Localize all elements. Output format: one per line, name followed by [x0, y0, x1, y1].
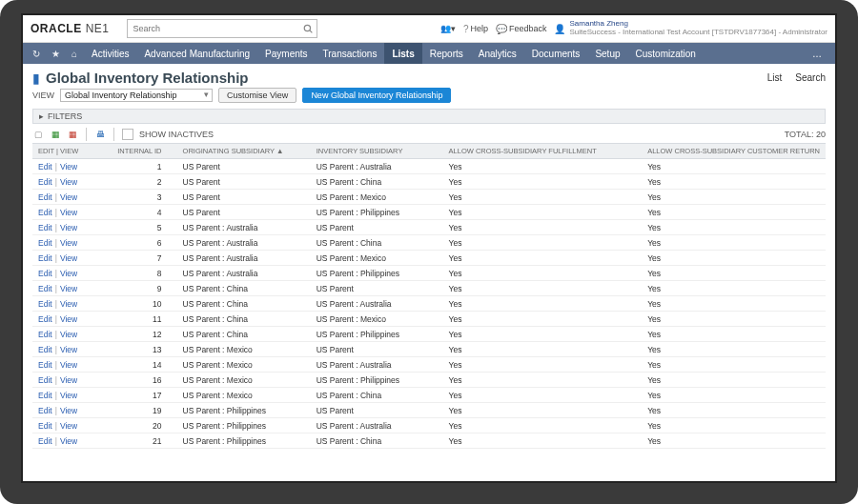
history-icon[interactable]: ↻ [27, 49, 46, 59]
feedback-label: Feedback [509, 24, 547, 33]
table-row: Edit|View9US Parent : ChinaUS ParentYesY… [32, 281, 826, 296]
col-internal-id[interactable]: INTERNAL ID [100, 144, 177, 159]
view-link[interactable]: View [60, 208, 77, 217]
cell-internal-id: 6 [100, 235, 177, 251]
view-link[interactable]: View [60, 406, 77, 415]
customise-view-button[interactable]: Customise View [218, 88, 296, 103]
edit-link[interactable]: Edit [38, 436, 52, 446]
table-row: Edit|View17US Parent : MexicoUS Parent :… [32, 388, 826, 403]
logo-sub: NE1 [86, 22, 110, 35]
role-switch-icon[interactable]: 👥▾ [440, 24, 456, 33]
nav-item-analytics[interactable]: Analytics [471, 43, 524, 64]
edit-link[interactable]: Edit [38, 299, 52, 309]
filters-bar[interactable]: ▸ FILTERS [32, 109, 826, 124]
view-link[interactable]: View [60, 375, 77, 385]
cell-inventory-subsidiary: US Parent : Mexico [311, 312, 443, 327]
nav-item-customization[interactable]: Customization [628, 43, 704, 64]
edit-link[interactable]: Edit [38, 284, 52, 293]
export-pdf-icon[interactable]: ▦ [67, 130, 78, 139]
cell-allow-fulfillment: Yes [443, 418, 643, 433]
view-link[interactable]: View [60, 192, 77, 202]
view-link[interactable]: View [60, 330, 77, 339]
view-link[interactable]: View [60, 284, 77, 293]
view-link[interactable]: View [60, 253, 77, 263]
edit-link[interactable]: Edit [38, 208, 52, 217]
header-link-list[interactable]: List [767, 72, 783, 83]
print-icon[interactable]: 🖶 [94, 130, 106, 139]
table-row: Edit|View2US ParentUS Parent : ChinaYesY… [32, 174, 826, 190]
edit-link[interactable]: Edit [38, 406, 52, 415]
edit-link[interactable]: Edit [38, 162, 52, 171]
view-link[interactable]: View [60, 436, 77, 446]
edit-link[interactable]: Edit [38, 177, 52, 187]
nav-item-activities[interactable]: Activities [84, 43, 136, 64]
nav-more[interactable]: … [803, 49, 831, 59]
global-search[interactable] [127, 19, 317, 38]
export-xls-icon[interactable]: ▦ [50, 130, 61, 139]
view-link[interactable]: View [60, 269, 77, 278]
col-allow-return[interactable]: ALLOW CROSS-SUBSIDIARY CUSTOMER RETURN [642, 144, 826, 159]
cell-allow-fulfillment: Yes [443, 388, 643, 403]
col-edit[interactable]: EDIT | VIEW [32, 144, 100, 159]
expand-icon: ▸ [39, 111, 44, 121]
edit-link[interactable]: Edit [38, 314, 52, 324]
cell-allow-return: Yes [642, 266, 826, 281]
nav-item-transactions[interactable]: Transactions [316, 43, 385, 64]
export-csv-icon[interactable]: ▢ [32, 130, 44, 139]
col-originating-subsidiary[interactable]: ORIGINATING SUBSIDIARY ▲ [177, 144, 311, 159]
edit-link[interactable]: Edit [38, 269, 52, 278]
col-allow-fulfillment[interactable]: ALLOW CROSS-SUBSIDIARY FULFILLMENT [443, 144, 643, 159]
view-link[interactable]: View [60, 177, 77, 187]
feedback-link[interactable]: 💬Feedback [496, 24, 547, 34]
view-link[interactable]: View [60, 238, 77, 248]
edit-link[interactable]: Edit [38, 192, 52, 202]
nav-item-payments[interactable]: Payments [257, 43, 315, 64]
col-inventory-subsidiary[interactable]: INVENTORY SUBSIDIARY [311, 144, 443, 159]
cell-originating-subsidiary: US Parent : China [177, 327, 311, 342]
edit-link[interactable]: Edit [38, 391, 52, 400]
table-row: Edit|View10US Parent : ChinaUS Parent : … [32, 296, 826, 312]
help-link[interactable]: ?Help [463, 24, 488, 34]
edit-link[interactable]: Edit [38, 330, 52, 339]
view-link[interactable]: View [60, 223, 77, 232]
edit-link[interactable]: Edit [38, 375, 52, 385]
view-link[interactable]: View [60, 360, 77, 370]
cell-originating-subsidiary: US Parent : China [177, 296, 311, 312]
view-link[interactable]: View [60, 391, 77, 400]
results-table: EDIT | VIEW INTERNAL ID ORIGINATING SUBS… [32, 143, 826, 449]
edit-link[interactable]: Edit [38, 360, 52, 370]
nav-item-setup[interactable]: Setup [587, 43, 627, 64]
star-icon[interactable]: ★ [46, 49, 65, 59]
table-row: Edit|View6US Parent : AustraliaUS Parent… [32, 235, 826, 251]
cell-allow-return: Yes [642, 433, 826, 449]
cell-allow-fulfillment: Yes [443, 342, 643, 357]
edit-link[interactable]: Edit [38, 253, 52, 263]
show-inactives-checkbox[interactable] [122, 129, 133, 140]
header-link-search[interactable]: Search [795, 72, 826, 83]
cell-internal-id: 5 [100, 220, 177, 235]
edit-link[interactable]: Edit [38, 345, 52, 354]
view-link[interactable]: View [60, 421, 77, 431]
view-select[interactable]: Global Inventory Relationship [60, 89, 213, 102]
cell-internal-id: 8 [100, 266, 177, 281]
nav-item-documents[interactable]: Documents [524, 43, 588, 64]
view-link[interactable]: View [60, 345, 77, 354]
view-link[interactable]: View [60, 299, 77, 309]
view-link[interactable]: View [60, 162, 77, 171]
table-row: Edit|View5US Parent : AustraliaUS Parent… [32, 220, 826, 235]
cell-internal-id: 10 [100, 296, 177, 312]
home-icon[interactable]: ⌂ [65, 49, 84, 59]
nav-item-lists[interactable]: Lists [384, 43, 421, 64]
edit-link[interactable]: Edit [38, 421, 52, 431]
cell-internal-id: 19 [100, 403, 177, 418]
nav-item-reports[interactable]: Reports [422, 43, 471, 64]
edit-link[interactable]: Edit [38, 238, 52, 248]
user-block[interactable]: 👤 Samantha Zheng SuiteSuccess - Internat… [554, 20, 827, 37]
new-record-button[interactable]: New Global Inventory Relationship [302, 88, 451, 103]
cell-allow-return: Yes [642, 418, 826, 433]
view-link[interactable]: View [60, 314, 77, 324]
edit-link[interactable]: Edit [38, 223, 52, 232]
cell-originating-subsidiary: US Parent : China [177, 312, 311, 327]
search-input[interactable] [132, 23, 303, 34]
nav-item-advanced-manufacturing[interactable]: Advanced Manufacturing [136, 43, 257, 64]
